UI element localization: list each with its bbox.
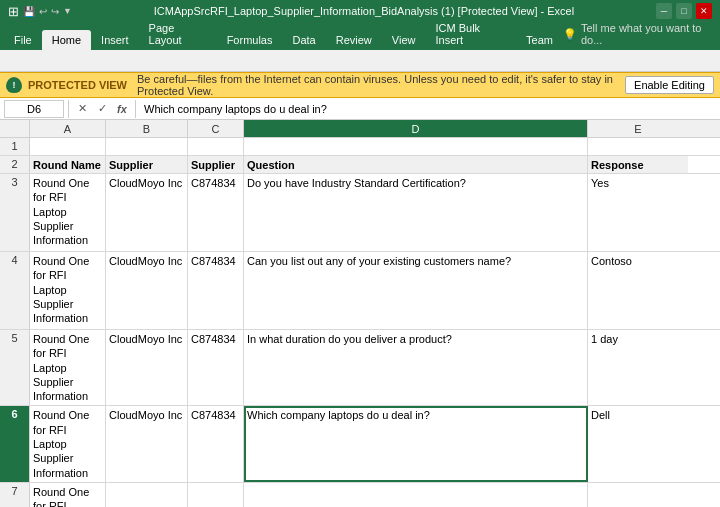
formula-divider2 bbox=[135, 100, 136, 118]
tab-view[interactable]: View bbox=[382, 30, 426, 50]
cell-b5[interactable]: CloudMoyo Inc bbox=[106, 330, 188, 405]
ribbon-content bbox=[0, 50, 720, 72]
cell-d6[interactable]: Which company laptops do u deal in? bbox=[244, 406, 588, 481]
insert-function-button[interactable]: fx bbox=[113, 100, 131, 118]
col-header-e[interactable]: E bbox=[588, 120, 688, 137]
cell-c5[interactable]: C874834 bbox=[188, 330, 244, 405]
table-row: 1 bbox=[0, 138, 720, 156]
cell-a3[interactable]: Round One for RFI Laptop Supplier Inform… bbox=[30, 174, 106, 251]
table-row: 3 Round One for RFI Laptop Supplier Info… bbox=[0, 174, 720, 252]
formula-bar: ✕ ✓ fx bbox=[0, 98, 720, 120]
cell-b2[interactable]: Supplier Name bbox=[106, 156, 188, 173]
cell-a6[interactable]: Round One for RFI Laptop Supplier Inform… bbox=[30, 406, 106, 481]
column-headers: A B C D E bbox=[0, 120, 720, 138]
cell-c2[interactable]: Supplier ID bbox=[188, 156, 244, 173]
row-num-header bbox=[0, 120, 30, 137]
table-row: 7 Round One for RFI bbox=[0, 483, 720, 507]
tab-formulas[interactable]: Formulas bbox=[217, 30, 283, 50]
cell-e1[interactable] bbox=[588, 138, 688, 155]
quick-customize[interactable]: ▼ bbox=[63, 6, 72, 16]
row-number: 4 bbox=[0, 252, 30, 329]
row-number: 6 bbox=[0, 406, 30, 481]
col-header-c[interactable]: C bbox=[188, 120, 244, 137]
tab-team[interactable]: Team bbox=[516, 30, 563, 50]
row-number: 2 bbox=[0, 156, 30, 173]
cell-d3[interactable]: Do you have Industry Standard Certificat… bbox=[244, 174, 588, 251]
cell-a5[interactable]: Round One for RFI Laptop Supplier Inform… bbox=[30, 330, 106, 405]
restore-button[interactable]: □ bbox=[676, 3, 692, 19]
close-button[interactable]: ✕ bbox=[696, 3, 712, 19]
cell-d1[interactable] bbox=[244, 138, 588, 155]
row-number: 5 bbox=[0, 330, 30, 405]
cell-c4[interactable]: C874834 bbox=[188, 252, 244, 329]
minimize-button[interactable]: ─ bbox=[656, 3, 672, 19]
quick-redo[interactable]: ↪ bbox=[51, 6, 59, 17]
cell-d5[interactable]: In what duration do you deliver a produc… bbox=[244, 330, 588, 405]
formula-divider bbox=[68, 100, 69, 118]
window-title: ICMAppSrcRFI_Laptop_Supplier_Information… bbox=[72, 5, 656, 17]
quick-save[interactable]: 💾 bbox=[23, 6, 35, 17]
name-box[interactable] bbox=[4, 100, 64, 118]
shield-icon: ! bbox=[6, 77, 22, 93]
cell-a4[interactable]: Round One for RFI Laptop Supplier Inform… bbox=[30, 252, 106, 329]
cell-e3[interactable]: Yes bbox=[588, 174, 688, 251]
row-number: 7 bbox=[0, 483, 30, 507]
col-header-b[interactable]: B bbox=[106, 120, 188, 137]
cell-a2[interactable]: Round Name bbox=[30, 156, 106, 173]
tab-review[interactable]: Review bbox=[326, 30, 382, 50]
tell-me-text[interactable]: Tell me what you want to do... bbox=[581, 22, 716, 46]
tab-insert[interactable]: Insert bbox=[91, 30, 139, 50]
cell-b1[interactable] bbox=[106, 138, 188, 155]
protected-label: PROTECTED VIEW bbox=[28, 79, 127, 91]
cell-e4[interactable]: Contoso bbox=[588, 252, 688, 329]
cell-b4[interactable]: CloudMoyo Inc bbox=[106, 252, 188, 329]
cancel-formula-button[interactable]: ✕ bbox=[73, 100, 91, 118]
protected-view-bar: ! PROTECTED VIEW Be careful—files from t… bbox=[0, 72, 720, 98]
table-row: 6 Round One for RFI Laptop Supplier Info… bbox=[0, 406, 720, 482]
cell-c1[interactable] bbox=[188, 138, 244, 155]
protected-message: Be careful—files from the Internet can c… bbox=[137, 73, 619, 97]
row-number: 3 bbox=[0, 174, 30, 251]
ribbon-tabs: File Home Insert Page Layout Formulas Da… bbox=[0, 22, 720, 50]
formula-input[interactable] bbox=[140, 100, 716, 118]
cell-c3[interactable]: C874834 bbox=[188, 174, 244, 251]
lightbulb-icon: 💡 bbox=[563, 28, 577, 41]
row-number: 1 bbox=[0, 138, 30, 155]
cell-e6[interactable]: Dell bbox=[588, 406, 688, 481]
cell-d2[interactable]: Question bbox=[244, 156, 588, 173]
tab-icm-bulk-insert[interactable]: ICM Bulk Insert bbox=[425, 18, 516, 50]
confirm-formula-button[interactable]: ✓ bbox=[93, 100, 111, 118]
cell-c6[interactable]: C874834 bbox=[188, 406, 244, 481]
col-header-a[interactable]: A bbox=[30, 120, 106, 137]
cell-a7[interactable]: Round One for RFI bbox=[30, 483, 106, 507]
quick-undo[interactable]: ↩ bbox=[39, 6, 47, 17]
tab-page-layout[interactable]: Page Layout bbox=[139, 18, 217, 50]
cell-b7[interactable] bbox=[106, 483, 188, 507]
spreadsheet: A B C D E 1 2 Round Name Supplier Name S… bbox=[0, 120, 720, 507]
enable-editing-button[interactable]: Enable Editing bbox=[625, 76, 714, 94]
cell-b3[interactable]: CloudMoyo Inc bbox=[106, 174, 188, 251]
cell-d4[interactable]: Can you list out any of your existing cu… bbox=[244, 252, 588, 329]
table-row: 5 Round One for RFI Laptop Supplier Info… bbox=[0, 330, 720, 406]
cell-b6[interactable]: CloudMoyo Inc bbox=[106, 406, 188, 481]
cell-d7[interactable] bbox=[244, 483, 588, 507]
cell-e5[interactable]: 1 day bbox=[588, 330, 688, 405]
cell-c7[interactable] bbox=[188, 483, 244, 507]
table-row: 4 Round One for RFI Laptop Supplier Info… bbox=[0, 252, 720, 330]
tab-file[interactable]: File bbox=[4, 30, 42, 50]
tab-home[interactable]: Home bbox=[42, 30, 91, 50]
cell-a1[interactable] bbox=[30, 138, 106, 155]
tab-data[interactable]: Data bbox=[282, 30, 325, 50]
table-row: 2 Round Name Supplier Name Supplier ID Q… bbox=[0, 156, 720, 174]
cell-e7[interactable] bbox=[588, 483, 688, 507]
cell-e2[interactable]: Response bbox=[588, 156, 688, 173]
col-header-d[interactable]: D bbox=[244, 120, 588, 137]
title-bar: ⊞ 💾 ↩ ↪ ▼ ICMAppSrcRFI_Laptop_Supplier_I… bbox=[0, 0, 720, 22]
excel-icon: ⊞ bbox=[8, 4, 19, 19]
